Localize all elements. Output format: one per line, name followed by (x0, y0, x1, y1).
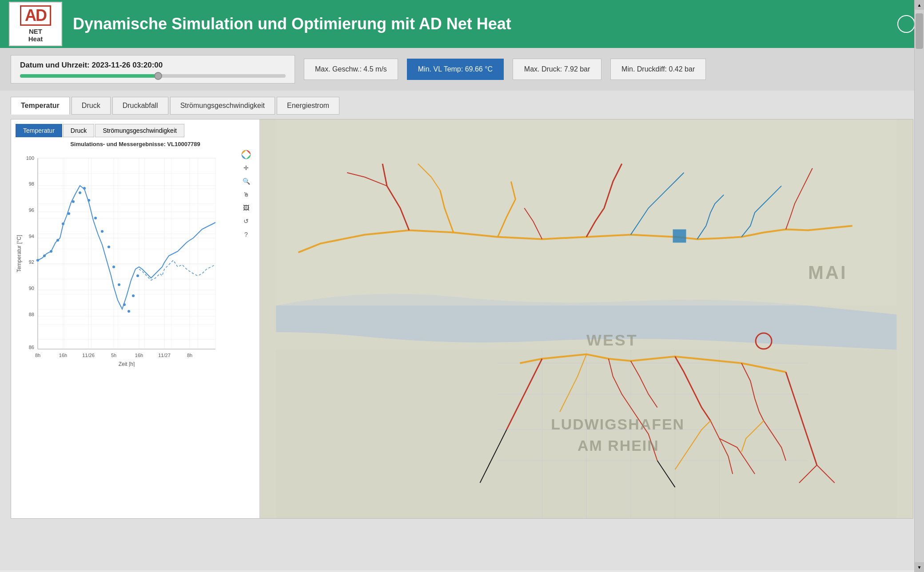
chart-toolbar: ✛ 🔍 🖱 🖼 ↺ ? (241, 149, 251, 240)
tab-stroemungsgeschwindigkeit[interactable]: Strömungsgeschwindigkeit (170, 97, 275, 115)
svg-text:8h: 8h (35, 353, 40, 358)
svg-point-49 (118, 283, 120, 286)
svg-point-35 (36, 259, 39, 262)
slider-fill (20, 74, 158, 78)
datetime-label: Datum und Uhrzeit: 2023-11-26 03:20:00 (20, 61, 286, 70)
svg-text:WEST: WEST (586, 331, 638, 349)
chart-container: ✛ 🔍 🖱 🖼 ↺ ? (16, 149, 255, 362)
map-panel[interactable]: MAI WEST LUDWIGSHAFEN AM RHEIN (260, 119, 913, 518)
tab-druck[interactable]: Druck (72, 97, 111, 115)
svg-text:5h: 5h (111, 353, 116, 358)
svg-text:88: 88 (29, 312, 34, 317)
main-tabs-row: Temperatur Druck Druckabfall Strömungsge… (11, 91, 913, 115)
svg-point-45 (94, 217, 97, 219)
svg-text:11/27: 11/27 (158, 353, 171, 358)
svg-point-43 (83, 187, 86, 190)
color-wheel-icon[interactable] (241, 149, 251, 160)
logo-ad-text: AD (20, 5, 51, 26)
svg-point-37 (50, 250, 52, 253)
timeline-slider-track[interactable] (20, 74, 286, 78)
svg-text:86: 86 (29, 345, 34, 350)
svg-text:16h: 16h (59, 353, 67, 358)
svg-point-53 (136, 274, 139, 277)
chart-title: Simulations- und Messergebnisse: VL10007… (16, 141, 255, 147)
svg-text:94: 94 (29, 234, 34, 239)
svg-text:Temperatur [°C]: Temperatur [°C] (16, 235, 22, 272)
logo-net-heat-text: NETHeat (28, 28, 43, 43)
tab-druckabfall[interactable]: Druckabfall (112, 97, 168, 115)
refresh-icon[interactable]: ↺ (241, 216, 251, 226)
svg-text:LUDWIGSHAFEN: LUDWIGSHAFEN (551, 416, 685, 433)
move-icon[interactable]: ✛ (241, 163, 251, 173)
scroll-down-button[interactable]: ▼ (915, 562, 924, 572)
svg-point-42 (79, 191, 81, 194)
svg-point-50 (123, 303, 126, 306)
svg-text:AM RHEIN: AM RHEIN (578, 437, 659, 454)
svg-point-36 (43, 254, 46, 257)
svg-point-44 (88, 199, 90, 202)
chart-tabs: Temperatur Druck Strömungsgeschwindigkei… (16, 124, 255, 137)
svg-point-41 (72, 200, 75, 203)
svg-text:98: 98 (29, 181, 34, 187)
svg-text:92: 92 (29, 259, 34, 265)
tab-energiestrom[interactable]: Energiestrom (277, 97, 339, 115)
temperature-chart-svg: 100 98 96 94 92 90 88 86 (16, 149, 233, 367)
stat-max-geschw[interactable]: Max. Geschw.: 4.5 m/s (304, 59, 398, 80)
svg-rect-3 (38, 158, 215, 349)
svg-point-47 (108, 246, 110, 248)
stat-max-druck[interactable]: Max. Druck: 7.92 bar (513, 59, 601, 80)
svg-text:MAI: MAI (808, 262, 848, 283)
main-content: Temperatur Druck Druckabfall Strömungsge… (0, 91, 924, 570)
chart-tab-temperatur[interactable]: Temperatur (16, 124, 62, 137)
scroll-thumb[interactable] (916, 13, 923, 49)
svg-point-46 (101, 230, 104, 233)
pan-icon[interactable]: 🖱 (241, 189, 251, 200)
stat-min-druckdiff[interactable]: Min. Druckdiff: 0.42 bar (610, 59, 706, 80)
svg-text:11/26: 11/26 (82, 353, 95, 358)
app-header: AD NETHeat Dynamische Simulation und Opt… (0, 0, 924, 48)
help-icon[interactable]: ? (241, 229, 251, 240)
zoom-icon[interactable]: 🔍 (241, 176, 251, 187)
svg-text:96: 96 (29, 207, 34, 213)
slider-thumb[interactable] (154, 72, 162, 80)
svg-point-38 (56, 239, 59, 242)
svg-text:Zeit [h]: Zeit [h] (119, 361, 135, 367)
screenshot-icon[interactable]: 🖼 (241, 203, 251, 213)
chart-tab-stroemungsgeschwindigkeit[interactable]: Strömungsgeschwindigkeit (95, 124, 184, 137)
svg-rect-66 (673, 229, 686, 242)
city-map-svg: MAI WEST LUDWIGSHAFEN AM RHEIN (260, 119, 913, 518)
app-title: Dynamische Simulation und Optimierung mi… (73, 15, 897, 33)
chart-panel: Temperatur Druck Strömungsgeschwindigkei… (11, 119, 260, 518)
stat-min-vl-temp[interactable]: Min. VL Temp: 69.66 °C (407, 59, 504, 80)
controls-bar: Datum und Uhrzeit: 2023-11-26 03:20:00 M… (0, 48, 924, 91)
svg-point-39 (62, 222, 64, 225)
tab-temperatur[interactable]: Temperatur (11, 97, 70, 115)
scrollbar[interactable]: ▲ ▼ (914, 0, 924, 572)
chart-tab-druck[interactable]: Druck (63, 124, 95, 137)
svg-text:100: 100 (26, 155, 34, 161)
header-circle-button[interactable] (897, 15, 915, 33)
svg-point-48 (112, 266, 115, 268)
scroll-up-button[interactable]: ▲ (915, 0, 924, 10)
svg-text:8h: 8h (187, 353, 192, 358)
content-area: Temperatur Druck Strömungsgeschwindigkei… (11, 119, 913, 519)
svg-rect-55 (276, 119, 897, 306)
svg-text:90: 90 (29, 286, 34, 291)
svg-point-51 (127, 310, 130, 313)
svg-text:16h: 16h (135, 353, 143, 358)
datetime-block: Datum und Uhrzeit: 2023-11-26 03:20:00 (11, 55, 295, 83)
logo: AD NETHeat (9, 2, 62, 46)
svg-point-40 (68, 212, 70, 215)
svg-point-52 (132, 294, 135, 297)
